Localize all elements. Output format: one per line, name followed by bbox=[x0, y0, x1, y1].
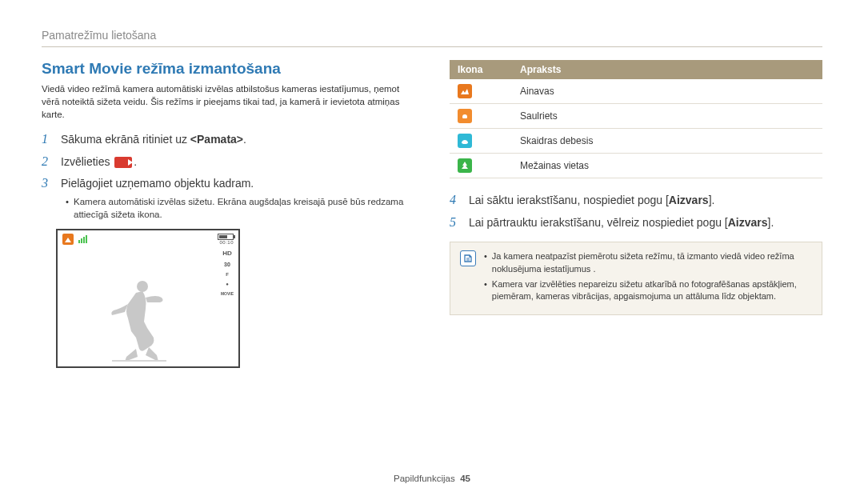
intro-text: Viedā video režīmā kamera automātiski iz… bbox=[42, 82, 414, 121]
note-icon bbox=[460, 250, 476, 266]
step-3-bullet: Kamera automātiski izvēlas sižetu. Ekrān… bbox=[66, 195, 414, 221]
fps-sub: F bbox=[226, 272, 229, 277]
fps-label: 30 bbox=[224, 262, 230, 267]
hd-label: HD bbox=[222, 250, 232, 257]
step-5: 5 Lai pārtrauktu ierakstīšanu, vēlreiz n… bbox=[450, 215, 822, 231]
movie-label: MOVIE bbox=[221, 291, 234, 296]
page-number: 45 bbox=[460, 474, 470, 483]
step-5-suffix: ]. bbox=[768, 216, 774, 229]
section-title: Smart Movie režīma izmantošana bbox=[42, 60, 414, 78]
screenshot-sidebar: HD 30 F ● MOVIE bbox=[219, 245, 235, 363]
step-1-bold: <Pamata> bbox=[190, 133, 243, 146]
skater-silhouette-icon bbox=[104, 275, 176, 363]
left-column: Smart Movie režīma izmantošana Viedā vid… bbox=[42, 60, 414, 368]
table-row: Ainavas bbox=[450, 79, 822, 104]
svg-rect-1 bbox=[112, 360, 166, 362]
step-1-text: Sākuma ekrānā ritiniet uz bbox=[61, 133, 190, 146]
row-label: Skaidras debesis bbox=[512, 129, 822, 154]
step-number: 2 bbox=[42, 154, 53, 169]
icon-description-table: Ikona Apraksts Ainavas Saulriets Skaidra… bbox=[450, 60, 822, 178]
step-2: 2 Izvēlieties . bbox=[42, 154, 414, 170]
step-4-bold: Aizvars bbox=[669, 194, 709, 206]
svg-point-0 bbox=[137, 281, 148, 292]
signal-bars-icon bbox=[78, 235, 87, 243]
battery-icon bbox=[218, 234, 234, 240]
two-column-layout: Smart Movie režīma izmantošana Viedā vid… bbox=[42, 60, 822, 368]
row-label: Saulriets bbox=[512, 104, 822, 129]
breadcrumb: Pamatrežīmu lietošana bbox=[42, 29, 822, 42]
table-row: Mežainas vietas bbox=[450, 154, 822, 178]
divider bbox=[42, 46, 822, 47]
step-number: 3 bbox=[42, 176, 53, 190]
smart-movie-icon bbox=[114, 157, 132, 168]
screenshot-preview bbox=[61, 245, 219, 363]
screenshot-topbar: 00:10 bbox=[61, 234, 235, 245]
landscape-icon bbox=[458, 84, 472, 98]
table-row: Skaidras debesis bbox=[450, 129, 822, 154]
forest-icon bbox=[458, 158, 472, 173]
step-4-text: Lai sāktu ierakstīšanu, nospiediet pogu … bbox=[469, 194, 669, 206]
step-2-suffix: . bbox=[134, 155, 137, 168]
step-4: 4 Lai sāktu ierakstīšanu, nospiediet pog… bbox=[450, 193, 822, 209]
rec-icon: ● bbox=[226, 282, 229, 286]
note-item: Ja kamera neatpazīst piemērotu sižeta re… bbox=[484, 250, 812, 275]
row-label: Ainavas bbox=[512, 79, 822, 104]
sunset-icon bbox=[458, 109, 472, 123]
step-1: 1 Sākuma ekrānā ritiniet uz <Pamata>. bbox=[42, 132, 414, 148]
step-2-text: Izvēlieties bbox=[61, 155, 113, 168]
step-number: 5 bbox=[450, 215, 461, 230]
col-icon-header: Ikona bbox=[450, 60, 512, 79]
row-label: Mežainas vietas bbox=[512, 154, 822, 178]
page-footer: Papildfunkcijas 45 bbox=[0, 474, 864, 483]
note-box: Ja kamera neatpazīst piemērotu sižeta re… bbox=[450, 242, 822, 315]
right-column: Ikona Apraksts Ainavas Saulriets Skaidra… bbox=[450, 60, 822, 368]
camera-screenshot: 00:10 bbox=[56, 229, 240, 368]
step-3: 3 Pielāgojiet uzņemamo objektu kadram. K… bbox=[42, 176, 414, 221]
step-number: 1 bbox=[42, 132, 53, 146]
col-desc-header: Apraksts bbox=[512, 60, 822, 79]
step-number: 4 bbox=[450, 193, 461, 207]
steps-list-left: 1 Sākuma ekrānā ritiniet uz <Pamata>. 2 … bbox=[42, 132, 414, 221]
note-item: Kamera var izvēlēties nepareizu sižetu a… bbox=[484, 278, 812, 303]
footer-label: Papildfunkcijas bbox=[394, 474, 455, 483]
svg-rect-3 bbox=[460, 118, 470, 121]
scene-icon bbox=[62, 234, 74, 245]
step-3-text: Pielāgojiet uzņemamo objektu kadram. bbox=[61, 177, 254, 190]
steps-list-right: 4 Lai sāktu ierakstīšanu, nospiediet pog… bbox=[450, 193, 822, 230]
step-4-suffix: ]. bbox=[709, 194, 715, 206]
step-5-text: Lai pārtrauktu ierakstīšanu, vēlreiz nos… bbox=[469, 216, 728, 229]
step-1-suffix: . bbox=[243, 133, 246, 146]
step-5-bold: Aizvars bbox=[728, 216, 768, 229]
table-row: Saulriets bbox=[450, 104, 822, 129]
clear-sky-icon bbox=[458, 134, 472, 148]
